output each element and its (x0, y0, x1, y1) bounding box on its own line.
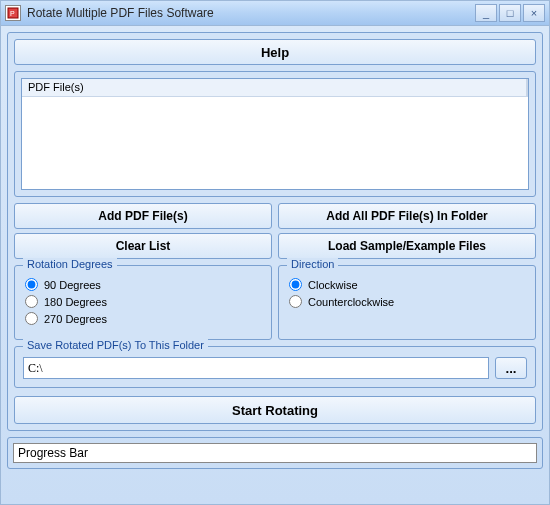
direction-legend: Direction (287, 258, 338, 270)
close-button[interactable]: × (523, 4, 545, 22)
rotation-legend: Rotation Degrees (23, 258, 117, 270)
start-rotating-button[interactable]: Start Rotating (14, 396, 536, 424)
radio-270-degrees[interactable]: 270 Degrees (25, 312, 261, 325)
radio-counterclockwise[interactable]: Counterclockwise (289, 295, 525, 308)
rotation-degrees-group: Rotation Degrees 90 Degrees 180 Degrees … (14, 265, 272, 340)
window-title: Rotate Multiple PDF Files Software (27, 6, 475, 20)
maximize-button[interactable]: □ (499, 4, 521, 22)
minimize-button[interactable]: _ (475, 4, 497, 22)
progress-bar: Progress Bar (13, 443, 537, 463)
client-area: Help PDF File(s) Add PDF File(s) Add All… (0, 26, 550, 505)
column-header-pdf-files[interactable]: PDF File(s) (22, 79, 527, 96)
load-sample-button[interactable]: Load Sample/Example Files (278, 233, 536, 259)
file-list-header: PDF File(s) (22, 79, 528, 97)
file-list[interactable]: PDF File(s) (21, 78, 529, 190)
radio-label: 270 Degrees (44, 313, 107, 325)
clear-list-button[interactable]: Clear List (14, 233, 272, 259)
svg-text:P: P (10, 10, 15, 17)
direction-group: Direction Clockwise Counterclockwise (278, 265, 536, 340)
radio-90-degrees[interactable]: 90 Degrees (25, 278, 261, 291)
save-folder-group: Save Rotated PDF(s) To This Folder ... (14, 346, 536, 388)
radio-label: Counterclockwise (308, 296, 394, 308)
radio-label: 90 Degrees (44, 279, 101, 291)
radio-label: Clockwise (308, 279, 358, 291)
radio-180-degrees[interactable]: 180 Degrees (25, 295, 261, 308)
save-path-input[interactable] (23, 357, 489, 379)
browse-button[interactable]: ... (495, 357, 527, 379)
app-icon: P (5, 5, 21, 21)
file-list-panel: PDF File(s) (14, 71, 536, 197)
add-pdf-button[interactable]: Add PDF File(s) (14, 203, 272, 229)
help-button[interactable]: Help (14, 39, 536, 65)
add-folder-button[interactable]: Add All PDF File(s) In Folder (278, 203, 536, 229)
radio-clockwise[interactable]: Clockwise (289, 278, 525, 291)
radio-label: 180 Degrees (44, 296, 107, 308)
footer-panel: Progress Bar (7, 437, 543, 469)
titlebar: P Rotate Multiple PDF Files Software _ □… (0, 0, 550, 26)
save-legend: Save Rotated PDF(s) To This Folder (23, 339, 208, 351)
main-panel: Help PDF File(s) Add PDF File(s) Add All… (7, 32, 543, 431)
